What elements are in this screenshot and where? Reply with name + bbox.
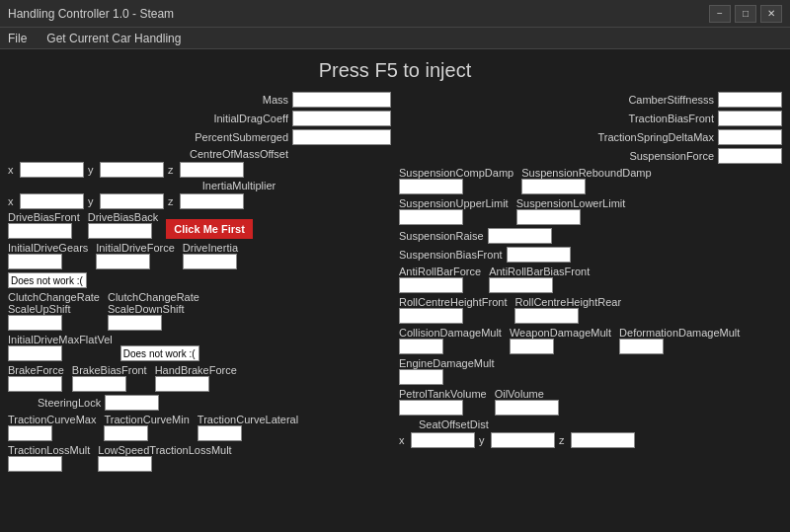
com-x-input[interactable] [20, 162, 84, 178]
click-me-first-button[interactable]: Click Me First [166, 219, 253, 239]
traction-curve-max-input[interactable] [8, 425, 52, 441]
suspension-comp-damp-input[interactable] [399, 179, 463, 194]
drive-inertia-group: DriveInertia [183, 242, 238, 269]
percent-submerged-input[interactable] [292, 129, 391, 145]
brake-bias-front-group: BrakeBiasFront [72, 364, 147, 392]
initial-drive-force-label: InitialDriveForce [96, 242, 174, 254]
engine-damage-mult-input[interactable] [399, 369, 443, 385]
traction-spring-delta-max-input[interactable] [718, 129, 782, 145]
collision-damage-mult-input[interactable] [399, 339, 443, 354]
suspension-raise-input[interactable] [488, 228, 552, 244]
initial-drag-coeff-row: InitialDragCoeff [8, 111, 391, 126]
traction-curve-lateral-input[interactable] [198, 425, 242, 441]
traction-loss-mult-group: TractionLossMult [8, 444, 90, 472]
suspension-lower-limit-group: SuspensionLowerLimit [516, 197, 626, 225]
anti-roll-bar-bias-front-input[interactable] [489, 277, 553, 293]
app-header: Press F5 to inject [0, 49, 790, 88]
hand-brake-force-input[interactable] [155, 376, 209, 392]
brake-bias-front-input[interactable] [72, 376, 126, 392]
drive-bias-back-group: DriveBiasBack [88, 211, 159, 239]
traction-curve-min-label: TractionCurveMin [104, 414, 189, 425]
suspension-upper-limit-input[interactable] [399, 209, 463, 225]
com-y-input[interactable] [100, 162, 164, 178]
close-button[interactable]: ✕ [760, 5, 782, 23]
traction-bias-front-row: TractionBiasFront [399, 111, 782, 126]
deformation-damage-mult-input[interactable] [619, 339, 664, 354]
low-speed-traction-loss-mult-input[interactable] [98, 456, 152, 472]
suspension-rebound-damp-group: SuspensionReboundDamp [521, 167, 651, 194]
brake-force-group: BrakeForce [8, 364, 64, 392]
suspension-raise-label: SuspensionRaise [399, 230, 484, 242]
seat-z-input[interactable] [571, 432, 635, 448]
suspension-damp-row: SuspensionCompDamp SuspensionReboundDamp [399, 167, 782, 194]
anti-roll-bar-force-label: AntiRollBarForce [399, 266, 481, 277]
hand-brake-force-group: HandBrakeForce [155, 364, 237, 392]
traction-bias-front-input[interactable] [718, 111, 782, 126]
suspension-comp-damp-group: SuspensionCompDamp [399, 167, 514, 194]
initial-drive-force-input[interactable] [96, 254, 150, 269]
camber-stiffnesss-label: CamberStiffnesss [399, 94, 714, 106]
inertia-x-input[interactable] [20, 193, 84, 209]
roll-centre-rear-input[interactable] [514, 308, 579, 324]
traction-curve-min-input[interactable] [104, 425, 148, 441]
suspension-force-input[interactable] [718, 148, 782, 164]
com-z-input[interactable] [180, 162, 244, 178]
traction-spring-delta-max-label: TractionSpringDeltaMax [399, 131, 714, 143]
roll-centre-front-input[interactable] [399, 308, 463, 324]
initial-drive-max-input[interactable] [8, 345, 62, 361]
suspension-lower-limit-input[interactable] [516, 209, 581, 225]
collision-damage-mult-group: CollisionDamageMult [399, 327, 502, 354]
clutch-down-input[interactable] [108, 315, 162, 331]
maximize-button[interactable]: □ [735, 5, 756, 23]
initial-drive-row: InitialDriveGears InitialDriveForce Driv… [8, 242, 391, 269]
traction-loss-mult-input[interactable] [8, 456, 62, 472]
suspension-bias-front-label: SuspensionBiasFront [399, 249, 503, 261]
camber-stiffnesss-input[interactable] [718, 92, 782, 108]
seat-y-label: y [479, 434, 487, 446]
title-bar: Handling Controller 1.0 - Steam − □ ✕ [0, 0, 790, 28]
drive-bias-front-input[interactable] [8, 223, 72, 239]
mass-input[interactable] [292, 92, 391, 108]
clutch-up-input[interactable] [8, 315, 62, 331]
seat-y-input[interactable] [491, 432, 555, 448]
oil-volume-input[interactable] [495, 400, 559, 416]
anti-roll-bar-force-input[interactable] [399, 277, 463, 293]
petrol-tank-volume-input[interactable] [399, 400, 463, 416]
suspension-bias-front-input[interactable] [507, 247, 571, 263]
does-not-work-1-row: Does not work :( [8, 272, 391, 288]
menu-file[interactable]: File [4, 30, 31, 47]
initial-drive-max-label: InitialDriveMaxFlatVel [8, 334, 113, 345]
clutch-down-group: ClutchChangeRate ScaleDownShift [108, 291, 199, 331]
seat-x-label: x [399, 434, 407, 446]
inertia-z-input[interactable] [180, 193, 244, 209]
does-not-work-2: Does not work :( [120, 345, 199, 361]
drive-inertia-input[interactable] [183, 254, 237, 269]
drive-bias-back-input[interactable] [88, 223, 152, 239]
petrol-tank-volume-label: PetrolTankVolume [399, 388, 487, 400]
suspension-rebound-damp-label: SuspensionReboundDamp [521, 167, 651, 179]
suspension-limits-row: SuspensionUpperLimit SuspensionLowerLimi… [399, 197, 782, 225]
menu-get-current-car-handling[interactable]: Get Current Car Handling [42, 30, 185, 47]
brake-force-input[interactable] [8, 376, 62, 392]
mass-label: Mass [8, 94, 288, 106]
collision-damage-mult-label: CollisionDamageMult [399, 327, 502, 339]
drive-bias-front-group: DriveBiasFront [8, 211, 80, 239]
initial-drive-max-row: InitialDriveMaxFlatVel Does not work :( [8, 334, 391, 361]
petrol-tank-volume-group: PetrolTankVolume [399, 388, 487, 416]
suspension-rebound-damp-input[interactable] [521, 179, 586, 194]
minimize-button[interactable]: − [709, 5, 731, 23]
menu-bar: File Get Current Car Handling [0, 28, 790, 49]
anti-roll-bar-force-group: AntiRollBarForce [399, 266, 481, 293]
seat-x-input[interactable] [411, 432, 475, 448]
header-text: Press F5 to inject [319, 59, 472, 81]
initial-drive-max-group: InitialDriveMaxFlatVel [8, 334, 113, 361]
steering-lock-input[interactable] [105, 395, 159, 411]
initial-drag-coeff-input[interactable] [292, 111, 391, 126]
initial-drive-gears-input[interactable] [8, 254, 62, 269]
oil-volume-label: OilVolume [495, 388, 544, 400]
inertia-xyz-row: x y z [8, 193, 391, 209]
right-panel: CamberStiffnesss TractionBiasFront Tract… [399, 92, 782, 528]
com-y-label: y [88, 164, 96, 176]
inertia-y-input[interactable] [100, 193, 164, 209]
weapon-damage-mult-input[interactable] [510, 339, 554, 354]
